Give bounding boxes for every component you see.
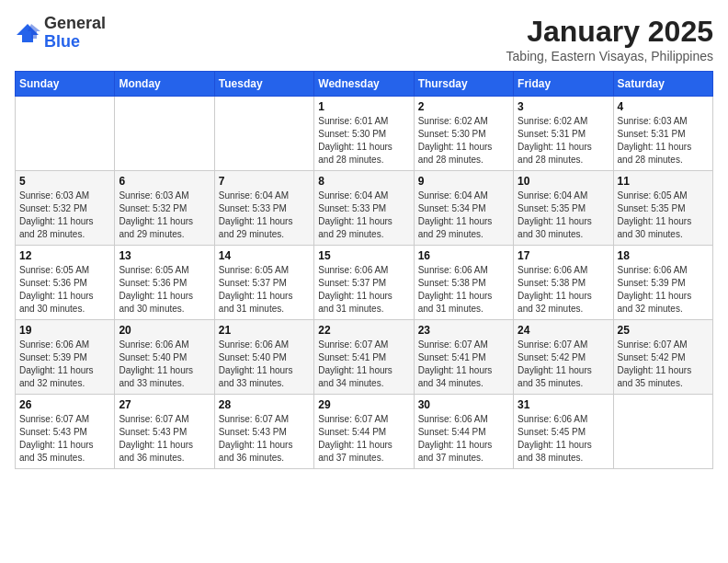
day-info: Sunrise: 6:07 AM Sunset: 5:43 PM Dayligh… xyxy=(119,413,210,465)
weekday-header-sunday: Sunday xyxy=(16,72,115,97)
calendar-week-row: 5Sunrise: 6:03 AM Sunset: 5:32 PM Daylig… xyxy=(16,171,713,246)
day-number: 29 xyxy=(318,398,409,411)
calendar-day-29: 29Sunrise: 6:07 AM Sunset: 5:44 PM Dayli… xyxy=(314,395,414,469)
day-info: Sunrise: 6:05 AM Sunset: 5:36 PM Dayligh… xyxy=(19,264,110,316)
day-info: Sunrise: 6:02 AM Sunset: 5:31 PM Dayligh… xyxy=(518,115,609,167)
calendar-day-20: 20Sunrise: 6:06 AM Sunset: 5:40 PM Dayli… xyxy=(115,320,214,395)
calendar-day-23: 23Sunrise: 6:07 AM Sunset: 5:41 PM Dayli… xyxy=(414,320,513,395)
calendar-empty-cell xyxy=(115,97,214,171)
calendar-day-24: 24Sunrise: 6:07 AM Sunset: 5:42 PM Dayli… xyxy=(514,320,613,395)
day-number: 26 xyxy=(19,398,110,411)
calendar-week-row: 1Sunrise: 6:01 AM Sunset: 5:30 PM Daylig… xyxy=(16,97,713,171)
calendar-empty-cell xyxy=(214,97,313,171)
day-info: Sunrise: 6:03 AM Sunset: 5:31 PM Dayligh… xyxy=(618,115,709,167)
calendar-day-28: 28Sunrise: 6:07 AM Sunset: 5:43 PM Dayli… xyxy=(214,395,313,469)
day-info: Sunrise: 6:06 AM Sunset: 5:44 PM Dayligh… xyxy=(418,413,509,465)
day-number: 13 xyxy=(119,249,210,262)
calendar-day-22: 22Sunrise: 6:07 AM Sunset: 5:41 PM Dayli… xyxy=(314,320,414,395)
day-info: Sunrise: 6:03 AM Sunset: 5:32 PM Dayligh… xyxy=(19,190,110,241)
day-info: Sunrise: 6:07 AM Sunset: 5:42 PM Dayligh… xyxy=(618,339,709,390)
calendar-day-31: 31Sunrise: 6:06 AM Sunset: 5:45 PM Dayli… xyxy=(514,395,613,469)
calendar-day-1: 1Sunrise: 6:01 AM Sunset: 5:30 PM Daylig… xyxy=(314,97,414,171)
logo-blue-text: Blue xyxy=(44,32,80,51)
weekday-header-wednesday: Wednesday xyxy=(314,72,414,97)
day-info: Sunrise: 6:04 AM Sunset: 5:33 PM Dayligh… xyxy=(219,190,310,241)
calendar-table: SundayMondayTuesdayWednesdayThursdayFrid… xyxy=(15,71,713,469)
calendar-day-3: 3Sunrise: 6:02 AM Sunset: 5:31 PM Daylig… xyxy=(514,97,613,171)
logo-general-text: General xyxy=(44,14,106,32)
calendar-day-14: 14Sunrise: 6:05 AM Sunset: 5:37 PM Dayli… xyxy=(214,246,313,320)
day-number: 27 xyxy=(119,398,210,411)
day-number: 11 xyxy=(618,175,709,188)
calendar-day-4: 4Sunrise: 6:03 AM Sunset: 5:31 PM Daylig… xyxy=(613,97,712,171)
day-number: 3 xyxy=(518,100,609,113)
day-info: Sunrise: 6:07 AM Sunset: 5:43 PM Dayligh… xyxy=(219,413,310,465)
day-info: Sunrise: 6:05 AM Sunset: 5:36 PM Dayligh… xyxy=(119,264,210,316)
month-year-title: January 2025 xyxy=(506,15,713,49)
weekday-header-thursday: Thursday xyxy=(414,72,513,97)
day-number: 30 xyxy=(418,398,509,411)
day-info: Sunrise: 6:04 AM Sunset: 5:33 PM Dayligh… xyxy=(318,190,409,241)
calendar-day-15: 15Sunrise: 6:06 AM Sunset: 5:37 PM Dayli… xyxy=(314,246,414,320)
day-number: 9 xyxy=(418,175,509,188)
day-number: 15 xyxy=(318,249,409,262)
calendar-week-row: 12Sunrise: 6:05 AM Sunset: 5:36 PM Dayli… xyxy=(16,246,713,320)
day-info: Sunrise: 6:06 AM Sunset: 5:37 PM Dayligh… xyxy=(318,264,409,316)
day-info: Sunrise: 6:04 AM Sunset: 5:35 PM Dayligh… xyxy=(518,190,609,241)
calendar-day-30: 30Sunrise: 6:06 AM Sunset: 5:44 PM Dayli… xyxy=(414,395,513,469)
calendar-day-16: 16Sunrise: 6:06 AM Sunset: 5:38 PM Dayli… xyxy=(414,246,513,320)
day-info: Sunrise: 6:07 AM Sunset: 5:41 PM Dayligh… xyxy=(318,339,409,390)
day-number: 2 xyxy=(418,100,509,113)
weekday-header-friday: Friday xyxy=(514,72,613,97)
location-subtitle: Tabing, Eastern Visayas, Philippines xyxy=(506,49,713,63)
calendar-day-27: 27Sunrise: 6:07 AM Sunset: 5:43 PM Dayli… xyxy=(115,395,214,469)
day-info: Sunrise: 6:03 AM Sunset: 5:32 PM Dayligh… xyxy=(119,190,210,241)
calendar-header: SundayMondayTuesdayWednesdayThursdayFrid… xyxy=(16,72,713,97)
logo: General Blue xyxy=(15,15,106,52)
day-number: 4 xyxy=(618,100,709,113)
weekday-header-tuesday: Tuesday xyxy=(214,72,313,97)
weekday-header-row: SundayMondayTuesdayWednesdayThursdayFrid… xyxy=(16,72,713,97)
day-info: Sunrise: 6:06 AM Sunset: 5:38 PM Dayligh… xyxy=(418,264,509,316)
calendar-empty-cell xyxy=(16,97,115,171)
title-block: January 2025 Tabing, Eastern Visayas, Ph… xyxy=(506,15,713,63)
day-info: Sunrise: 6:06 AM Sunset: 5:38 PM Dayligh… xyxy=(518,264,609,316)
calendar-week-row: 26Sunrise: 6:07 AM Sunset: 5:43 PM Dayli… xyxy=(16,395,713,469)
day-number: 5 xyxy=(19,175,110,188)
calendar-day-9: 9Sunrise: 6:04 AM Sunset: 5:34 PM Daylig… xyxy=(414,171,513,246)
calendar-day-26: 26Sunrise: 6:07 AM Sunset: 5:43 PM Dayli… xyxy=(16,395,115,469)
calendar-day-18: 18Sunrise: 6:06 AM Sunset: 5:39 PM Dayli… xyxy=(613,246,712,320)
day-info: Sunrise: 6:01 AM Sunset: 5:30 PM Dayligh… xyxy=(318,115,409,167)
day-number: 16 xyxy=(418,249,509,262)
day-info: Sunrise: 6:07 AM Sunset: 5:42 PM Dayligh… xyxy=(518,339,609,390)
day-info: Sunrise: 6:02 AM Sunset: 5:30 PM Dayligh… xyxy=(418,115,509,167)
calendar-day-7: 7Sunrise: 6:04 AM Sunset: 5:33 PM Daylig… xyxy=(214,171,313,246)
day-number: 7 xyxy=(219,175,310,188)
calendar-body: 1Sunrise: 6:01 AM Sunset: 5:30 PM Daylig… xyxy=(16,97,713,469)
day-info: Sunrise: 6:06 AM Sunset: 5:39 PM Dayligh… xyxy=(19,339,110,390)
calendar-day-17: 17Sunrise: 6:06 AM Sunset: 5:38 PM Dayli… xyxy=(514,246,613,320)
day-number: 21 xyxy=(219,324,310,337)
calendar-day-11: 11Sunrise: 6:05 AM Sunset: 5:35 PM Dayli… xyxy=(613,171,712,246)
day-info: Sunrise: 6:07 AM Sunset: 5:43 PM Dayligh… xyxy=(19,413,110,465)
day-number: 12 xyxy=(19,249,110,262)
day-number: 18 xyxy=(618,249,709,262)
day-info: Sunrise: 6:05 AM Sunset: 5:35 PM Dayligh… xyxy=(618,190,709,241)
calendar-empty-cell xyxy=(613,395,712,469)
day-info: Sunrise: 6:06 AM Sunset: 5:40 PM Dayligh… xyxy=(119,339,210,390)
day-info: Sunrise: 6:06 AM Sunset: 5:39 PM Dayligh… xyxy=(618,264,709,316)
calendar-day-10: 10Sunrise: 6:04 AM Sunset: 5:35 PM Dayli… xyxy=(514,171,613,246)
calendar-day-19: 19Sunrise: 6:06 AM Sunset: 5:39 PM Dayli… xyxy=(16,320,115,395)
day-number: 10 xyxy=(518,175,609,188)
page-header: General Blue January 2025 Tabing, Easter… xyxy=(15,15,713,63)
calendar-day-8: 8Sunrise: 6:04 AM Sunset: 5:33 PM Daylig… xyxy=(314,171,414,246)
day-info: Sunrise: 6:06 AM Sunset: 5:45 PM Dayligh… xyxy=(518,413,609,465)
day-info: Sunrise: 6:04 AM Sunset: 5:34 PM Dayligh… xyxy=(418,190,509,241)
calendar-day-2: 2Sunrise: 6:02 AM Sunset: 5:30 PM Daylig… xyxy=(414,97,513,171)
calendar-day-5: 5Sunrise: 6:03 AM Sunset: 5:32 PM Daylig… xyxy=(16,171,115,246)
day-number: 6 xyxy=(119,175,210,188)
day-info: Sunrise: 6:05 AM Sunset: 5:37 PM Dayligh… xyxy=(219,264,310,316)
day-number: 1 xyxy=(318,100,409,113)
calendar-day-12: 12Sunrise: 6:05 AM Sunset: 5:36 PM Dayli… xyxy=(16,246,115,320)
calendar-day-21: 21Sunrise: 6:06 AM Sunset: 5:40 PM Dayli… xyxy=(214,320,313,395)
